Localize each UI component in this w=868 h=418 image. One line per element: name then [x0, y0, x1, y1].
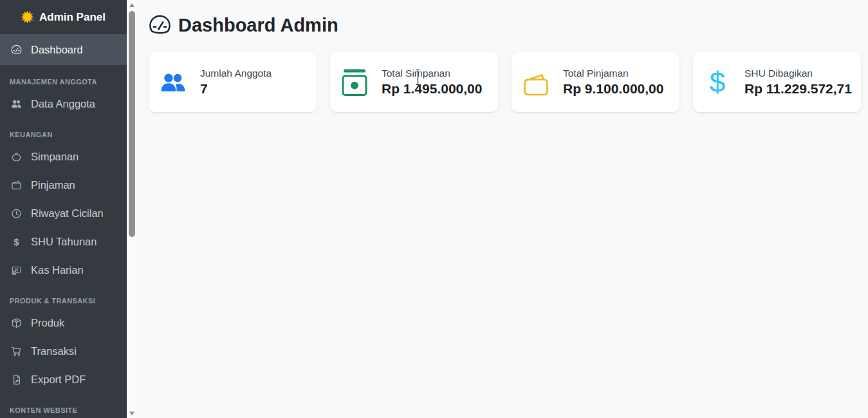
scroll-down-arrow-icon[interactable]: [129, 412, 134, 415]
sidebar-scrollbar[interactable]: [127, 0, 137, 418]
page-title-text: Dashboard Admin: [178, 14, 338, 37]
section-title-konten-website: KONTEN WEBSITE: [0, 406, 127, 414]
piggy-bank-icon: [10, 151, 23, 162]
svg-text:$: $: [710, 67, 725, 98]
card-value: 7: [200, 81, 272, 97]
card-value: Rp 9.100.000,00: [563, 81, 663, 97]
sidebar-item-label: Dashboard: [31, 44, 83, 56]
stat-cards: Jumlah Anggota 7 Total Simpanan Rp 1.495…: [149, 52, 861, 112]
section-title-manajemen-anggota: MANAJEMEN ANGGOTA: [0, 78, 127, 86]
dollar-icon: $: [703, 67, 732, 98]
page-title: Dashboard Admin: [149, 14, 861, 37]
sidebar-nav: Dashboard MANAJEMEN ANGGOTA Data Anggota…: [0, 34, 127, 418]
card-jumlah-anggota: Jumlah Anggota 7: [149, 52, 317, 112]
sidebar-item-transaksi[interactable]: Transaksi: [0, 337, 127, 365]
file-pdf-icon: [10, 374, 23, 385]
sidebar-item-produk[interactable]: Produk: [0, 309, 127, 337]
cash-coin-icon: [10, 265, 23, 276]
card-value: Rp 1.495.000,00: [382, 81, 482, 97]
brand[interactable]: Admin Panel: [0, 0, 127, 34]
scrollbar-thumb[interactable]: [129, 11, 135, 237]
sidebar-item-pinjaman[interactable]: Pinjaman: [0, 171, 127, 199]
card-shu-dibagikan: $ SHU Dibagikan Rp 11.229.572,71: [693, 52, 861, 112]
box-icon: [10, 318, 23, 328]
people-icon: [159, 67, 187, 98]
dollar-icon: $: [10, 237, 23, 247]
wallet-icon: [10, 180, 23, 191]
sidebar: Admin Panel Dashboard MANAJEMEN ANGGOTA: [0, 0, 127, 418]
card-total-pinjaman: Total Pinjaman Rp 9.100.000,00: [512, 52, 679, 112]
card-label: Jumlah Anggota: [200, 68, 272, 79]
card-label: Total Simpanan: [382, 68, 482, 79]
cash-stack-icon: [340, 67, 369, 98]
card-label: SHU Dibagikan: [744, 68, 852, 79]
card-total-simpanan: Total Simpanan Rp 1.495.000,00: [330, 52, 498, 112]
sidebar-item-simpanan[interactable]: Simpanan: [0, 142, 127, 171]
speedometer-icon: [149, 14, 171, 37]
sidebar-item-dashboard[interactable]: Dashboard: [0, 34, 127, 65]
sidebar-item-label: Data Anggota: [31, 98, 95, 110]
people-icon: [10, 99, 23, 109]
sidebar-item-label: Riwayat Cicilan: [31, 207, 104, 220]
sidebar-item-kas-harian[interactable]: Kas Harian: [0, 256, 127, 284]
scroll-up-arrow-icon[interactable]: [129, 3, 134, 7]
sidebar-item-export-pdf[interactable]: Export PDF: [0, 365, 127, 394]
sidebar-item-label: Produk: [31, 317, 64, 329]
main-content: Dashboard Admin Jumlah Anggota 7: [137, 0, 868, 418]
card-label: Total Pinjaman: [563, 68, 663, 79]
sidebar-item-label: Kas Harian: [31, 264, 84, 276]
section-title-produk-transaksi: PRODUK & TRANSAKSI: [0, 297, 127, 305]
sidebar-item-label: SHU Tahunan: [31, 236, 97, 248]
sidebar-item-label: Simpanan: [31, 151, 78, 163]
speedometer-icon: [10, 44, 23, 55]
sidebar-item-data-anggota[interactable]: Data Anggota: [0, 90, 127, 118]
sidebar-item-label: Export PDF: [31, 374, 86, 386]
brand-label: Admin Panel: [39, 11, 106, 24]
card-value: Rp 11.229.572,71: [744, 81, 852, 97]
clock-icon: [10, 208, 23, 219]
cart-icon: [10, 346, 23, 357]
wallet-icon: [522, 67, 550, 98]
sidebar-item-shu-tahunan[interactable]: $ SHU Tahunan: [0, 227, 127, 256]
sidebar-item-label: Transaksi: [31, 345, 77, 357]
star-burst-icon: [21, 11, 33, 23]
sidebar-item-riwayat-cicilan[interactable]: Riwayat Cicilan: [0, 199, 127, 227]
section-title-keuangan: KEUANGAN: [0, 131, 127, 138]
sidebar-item-label: Pinjaman: [31, 179, 75, 191]
